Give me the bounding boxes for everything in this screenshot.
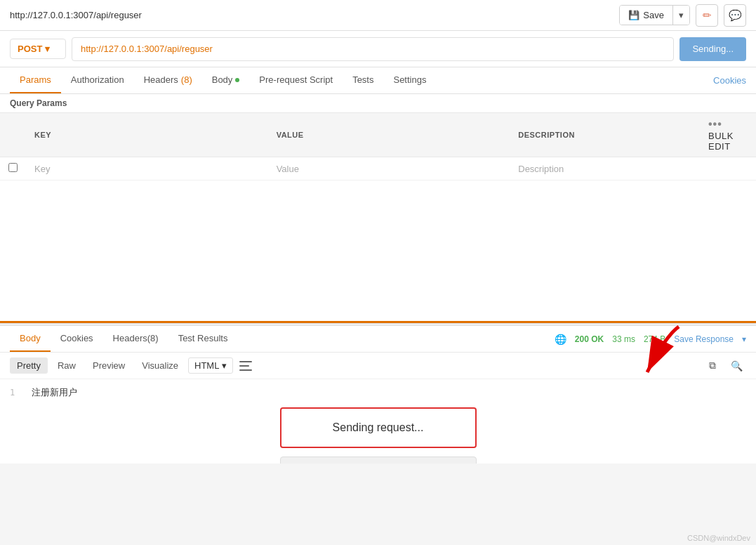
params-table: KEY VALUE DESCRIPTION ••• Bulk Edit Key … (0, 112, 756, 180)
method-chevron-icon: ▾ (45, 44, 50, 54)
svg-rect-2 (239, 369, 252, 371)
comment-button[interactable]: 💬 (724, 4, 746, 27)
chevron-down-icon: ▾ (679, 10, 684, 20)
format-tab-visualize[interactable]: Visualize (135, 357, 185, 374)
row-actions (700, 157, 756, 180)
cancel-button[interactable]: Cancel (280, 457, 477, 464)
row-checkbox[interactable] (8, 163, 18, 172)
tab-body[interactable]: Body (202, 67, 250, 93)
response-time: 33 ms (612, 334, 635, 344)
sending-overlay: Sending request... Cancel (280, 407, 477, 464)
send-button[interactable]: Sending... (679, 37, 746, 61)
request-tabs-left: Params Authorization Headers (8) Body Pr… (10, 67, 436, 93)
format-tab-preview[interactable]: Preview (86, 357, 132, 374)
response-content-area: 1 注册新用户 Sending request... Cancel (0, 379, 756, 464)
dots-icon[interactable]: ••• (708, 118, 722, 130)
body-dot (235, 78, 239, 82)
cookies-link[interactable]: Cookies (713, 75, 746, 86)
format-lines-icon[interactable] (236, 356, 256, 376)
save-button[interactable]: 💾 Save (620, 6, 672, 25)
tab-settings[interactable]: Settings (383, 67, 436, 93)
response-size: 274 B (644, 334, 665, 344)
save-btn-group: 💾 Save ▾ (619, 5, 690, 25)
search-icon[interactable]: 🔍 (727, 356, 746, 376)
method-label: POST (18, 44, 42, 54)
line-number: 1 (10, 388, 15, 398)
row-key[interactable]: Key (26, 157, 268, 180)
format-tab-raw[interactable]: Raw (51, 357, 83, 374)
th-value: VALUE (268, 113, 510, 157)
save-label: Save (643, 10, 664, 20)
tab-authorization[interactable]: Authorization (61, 67, 134, 93)
format-left: Pretty Raw Preview Visualize HTML ▾ (10, 356, 256, 376)
globe-icon: 🌐 (555, 334, 566, 345)
url-input[interactable] (72, 37, 674, 61)
url-bar: POST ▾ Sending... (0, 31, 756, 67)
th-description: DESCRIPTION (510, 113, 700, 157)
row-check (0, 157, 26, 180)
save-response-link[interactable]: Save Response (674, 334, 734, 344)
th-key: KEY (26, 113, 268, 157)
copy-icon[interactable]: ⧉ (703, 356, 722, 376)
comment-icon: 💬 (729, 9, 742, 22)
edit-button[interactable]: ✏ (696, 4, 718, 27)
request-area: Query Params KEY VALUE DESCRIPTION ••• B… (0, 94, 756, 323)
tab-params[interactable]: Params (10, 67, 61, 93)
format-bar: Pretty Raw Preview Visualize HTML ▾ (0, 353, 756, 379)
table-row: Key Value Description (0, 157, 756, 180)
response-tabs-row: Body Cookies Headers (8) Test Results 🌐 … (0, 326, 756, 353)
request-tabs-row: Params Authorization Headers (8) Body Pr… (0, 67, 756, 94)
response-tabs-left: Body Cookies Headers (8) Test Results (10, 326, 237, 352)
send-label: Sending... (692, 44, 734, 54)
empty-params-area (0, 180, 756, 321)
svg-rect-0 (239, 361, 252, 362)
format-type-select[interactable]: HTML ▾ (188, 357, 233, 374)
top-bar-url: http://127.0.0.1:3007/api/reguser (10, 10, 142, 20)
rtab-body[interactable]: Body (10, 326, 51, 352)
save-dropdown-button[interactable]: ▾ (672, 6, 689, 25)
rtab-headers[interactable]: Headers (8) (103, 326, 168, 352)
method-select[interactable]: POST ▾ (10, 39, 66, 59)
headers-badge: (8) (181, 74, 192, 85)
bulk-edit-label[interactable]: Bulk Edit (708, 131, 734, 152)
th-actions: ••• Bulk Edit (700, 113, 756, 157)
rtab-test-results[interactable]: Test Results (168, 326, 238, 352)
save-response-chevron-icon[interactable]: ▾ (742, 334, 746, 344)
tab-pre-request-script[interactable]: Pre-request Script (249, 67, 343, 93)
format-type-value: HTML (194, 360, 219, 371)
response-meta: 🌐 200 OK 33 ms 274 B Save Response ▾ (555, 334, 746, 345)
query-params-label: Query Params (0, 94, 756, 112)
svg-rect-1 (239, 365, 249, 367)
format-tab-pretty[interactable]: Pretty (10, 357, 48, 374)
tab-tests[interactable]: Tests (343, 67, 383, 93)
sending-box: Sending request... (280, 407, 477, 448)
response-headers-badge: (8) (147, 333, 159, 343)
sending-label: Sending request... (333, 421, 424, 433)
save-icon: 💾 (628, 10, 639, 20)
row-value[interactable]: Value (268, 157, 510, 180)
top-bar-actions: 💾 Save ▾ ✏ 💬 (619, 4, 746, 27)
th-check (0, 113, 26, 157)
rtab-cookies[interactable]: Cookies (51, 326, 103, 352)
format-right: ⧉ 🔍 (703, 356, 746, 376)
row-description[interactable]: Description (510, 157, 700, 180)
code-text: 注册新用户 (32, 387, 77, 398)
top-bar: http://127.0.0.1:3007/api/reguser 💾 Save… (0, 0, 756, 31)
response-area: Body Cookies Headers (8) Test Results 🌐 … (0, 326, 756, 464)
tab-headers[interactable]: Headers (8) (134, 67, 202, 93)
format-select-chevron-icon: ▾ (222, 360, 227, 371)
status-code: 200 OK (575, 334, 604, 344)
edit-icon: ✏ (703, 9, 712, 22)
